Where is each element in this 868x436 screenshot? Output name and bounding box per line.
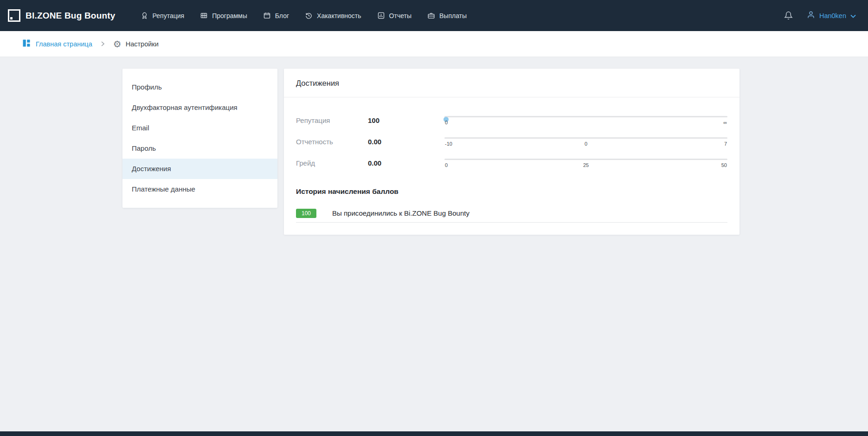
achievements-panel: Достижения Репутация 100 0 ∞ Отчетность …	[284, 69, 739, 235]
user-menu[interactable]: Han0ken	[807, 11, 856, 20]
scale-track	[444, 137, 727, 139]
scale-mid-label: 25	[583, 162, 589, 168]
reporting-scale: -10 0 7	[444, 135, 727, 148]
top-right-cluster: Han0ken	[784, 11, 856, 20]
medal-icon	[141, 12, 148, 19]
metric-value: 100	[368, 116, 444, 124]
metric-label: Отчетность	[296, 138, 368, 146]
nav-item-label: Блог	[275, 12, 289, 19]
grade-scale: 0 25 50	[444, 156, 727, 170]
scale-max-label: ∞	[723, 120, 727, 125]
nav-item-reports[interactable]: Отчеты	[377, 12, 411, 19]
bar-chart-icon	[377, 12, 385, 19]
history-clock-icon	[305, 12, 313, 19]
home-grid-icon	[22, 38, 31, 49]
chevron-down-icon	[850, 12, 856, 19]
history-row: 100 Вы присоединились к Bi.ZONE Bug Boun…	[296, 204, 727, 223]
sidebar-item-profile[interactable]: Профиль	[122, 77, 277, 97]
notifications-bell-icon[interactable]	[784, 11, 793, 20]
breadcrumb-current: ⚙ Настройки	[113, 39, 159, 49]
nav-item-reputation[interactable]: Репутация	[141, 12, 185, 19]
scale-max-label: 7	[724, 141, 727, 147]
metric-label: Репутация	[296, 116, 368, 124]
breadcrumb: Главная страница ⚙ Настройки	[0, 31, 868, 57]
brand[interactable]: BI.ZONE Bug Bounty	[8, 9, 116, 22]
scale-min-label: -10	[445, 141, 452, 147]
sidebar-item-achievements[interactable]: Достижения	[122, 159, 277, 179]
nav-item-label: Хакактивность	[317, 12, 361, 19]
scale-mid-label: 0	[585, 141, 587, 147]
breadcrumb-home-link[interactable]: Главная страница	[22, 38, 92, 49]
bizone-logo-icon	[8, 9, 20, 22]
nav-item-blog[interactable]: Блог	[263, 12, 289, 19]
history-title: История начисления баллов	[296, 187, 727, 196]
nav-item-payouts[interactable]: Выплаты	[427, 12, 467, 19]
brand-name: BI.ZONE Bug Bounty	[26, 11, 116, 21]
briefcase-icon	[427, 12, 435, 19]
metric-row-grade: Грейд 0.00 0 25 50	[296, 152, 727, 173]
nav-item-label: Выплаты	[439, 12, 467, 19]
programs-icon	[200, 12, 208, 19]
metrics-section: Репутация 100 0 ∞ Отчетность 0.00 -10 0	[284, 97, 739, 173]
nav-item-label: Программы	[212, 12, 247, 19]
sidebar-item-payment-details[interactable]: Платежные данные	[122, 179, 277, 199]
metric-row-reputation: Репутация 100 0 ∞	[296, 109, 727, 131]
metric-label: Грейд	[296, 159, 368, 167]
main-nav: Репутация Программы Блог Хакактивность О…	[141, 12, 467, 19]
nav-item-label: Отчеты	[389, 12, 411, 19]
top-navigation: BI.ZONE Bug Bounty Репутация Программы Б…	[0, 0, 868, 31]
metric-row-reporting: Отчетность 0.00 -10 0 7	[296, 131, 727, 152]
sidebar-item-email[interactable]: Email	[122, 118, 277, 138]
gear-icon: ⚙	[113, 39, 122, 49]
scale-min-label: 0	[445, 162, 448, 168]
footer	[0, 431, 868, 436]
username: Han0ken	[819, 12, 846, 19]
calendar-icon	[263, 12, 271, 19]
reputation-scale: 0 ∞	[444, 113, 727, 127]
sidebar-item-2fa[interactable]: Двухфакторная аутентификация	[122, 97, 277, 118]
breadcrumb-separator-icon	[101, 41, 104, 46]
nav-item-hacktivity[interactable]: Хакактивность	[305, 12, 361, 19]
settings-sidebar: Профиль Двухфакторная аутентификация Ema…	[122, 69, 277, 208]
sidebar-item-password[interactable]: Пароль	[122, 138, 277, 159]
nav-item-label: Репутация	[153, 12, 185, 19]
points-badge: 100	[296, 209, 316, 218]
metric-value: 0.00	[368, 138, 444, 146]
breadcrumb-current-label: Настройки	[126, 40, 159, 48]
scale-track	[444, 116, 727, 117]
main-content: Профиль Двухфакторная аутентификация Ema…	[0, 57, 868, 235]
scale-track	[444, 159, 727, 160]
scale-min-label: 0	[445, 120, 448, 125]
nav-item-programs[interactable]: Программы	[200, 12, 247, 19]
panel-title: Достижения	[284, 69, 739, 97]
user-icon	[807, 11, 815, 20]
history-text: Вы присоединились к Bi.ZONE Bug Bounty	[332, 209, 469, 217]
scale-max-label: 50	[721, 162, 727, 168]
metric-value: 0.00	[368, 159, 444, 167]
breadcrumb-home-label: Главная страница	[36, 40, 92, 48]
